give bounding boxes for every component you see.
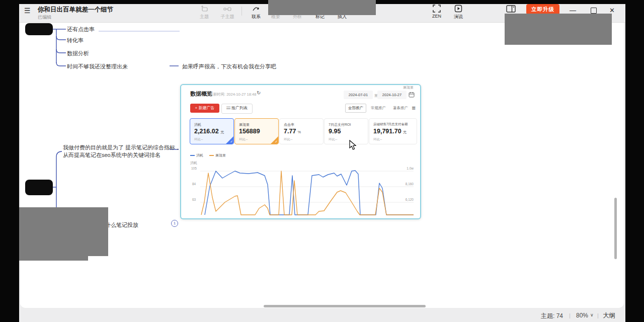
note-line-1[interactable]: 我做付费的目的就是为了 提示笔记的综合指标， (63, 144, 181, 151)
card-label: 展现量 (239, 122, 250, 127)
partial-topic-note-placement[interactable]: 什么笔记投放 (105, 221, 138, 229)
card-value: 9.95 (329, 128, 341, 135)
metric-card-cost[interactable]: 消耗 2,216.02 元 环比-- ✓ (190, 118, 234, 144)
refresh-icon[interactable]: ↻ (257, 90, 261, 96)
card-unit: 元 (403, 130, 407, 134)
chart-legend: 消耗 展现量 (190, 153, 226, 158)
right-axis-title: 展现量 (392, 85, 414, 90)
card-label: 7日总支付ROI (329, 122, 351, 127)
card-compare: 环比-- (239, 137, 248, 142)
present-icon (447, 5, 470, 13)
outline-button[interactable]: 大纲 (603, 311, 615, 320)
redacted-topic-node[interactable] (25, 180, 53, 195)
tool-subtopic-label: 子主题 (216, 14, 239, 20)
tool-present[interactable]: 演说 (447, 5, 470, 20)
note-line-2[interactable]: 从而提高笔记在seo系统中的关键词排名 (63, 151, 160, 159)
statusbar-divider: | (597, 312, 599, 318)
statusbar-divider: | (569, 312, 571, 318)
tool-zen[interactable]: ZEN (425, 5, 448, 19)
tool-zen-label: ZEN (425, 14, 448, 19)
card-compare: 环比-- (194, 137, 203, 142)
tool-present-label: 演说 (447, 14, 470, 20)
chevron-down-icon[interactable]: ∨ (590, 312, 594, 317)
list-view-icon[interactable]: ≣ (412, 105, 416, 111)
date-to-field[interactable]: 2024-10-27 (377, 91, 407, 99)
edit-status: 已编辑 (38, 14, 51, 21)
app-window: ☰ 你和日出百单就差一个细节 已编辑 主题 子主题 联系 概要 外框 标记 插入 (0, 0, 644, 322)
card-value: 19,791.70 元 (373, 128, 407, 135)
metric-card-store-sales[interactable]: 店铺销售7日总支付金额 19,791.70 元 环比-- (369, 118, 417, 144)
metric-card-roi[interactable]: 7日总支付ROI 9.95 环比-- (324, 118, 368, 144)
update-time: 更新时间: 2024-10-27 18:48 (209, 92, 256, 97)
chart-line-展现量 (201, 171, 414, 215)
tool-topic[interactable]: 主题 (193, 5, 216, 20)
topic-icon (193, 5, 216, 13)
card-unit: 元 (220, 130, 224, 134)
redacted-topic-node[interactable] (25, 23, 53, 35)
subtopic-icon (216, 5, 239, 13)
check-icon: ✓ (230, 140, 233, 144)
redaction-box-bottomleft-2 (19, 256, 88, 261)
horizontal-scrollbar[interactable] (264, 305, 426, 307)
metric-card-impressions[interactable]: 展现量 156889 环比-- ✓ (234, 118, 279, 144)
legend-dash-cost (190, 155, 195, 156)
promo-list-button[interactable]: ▤ 推广列表 (221, 104, 253, 114)
upgrade-button[interactable]: 立即升级 (526, 4, 559, 15)
close-button[interactable]: ✕ (609, 7, 615, 14)
date-from-field[interactable]: 2024-07-01 (344, 91, 373, 99)
new-ad-button[interactable]: + 新建广告 (190, 104, 219, 113)
card-compare: 环比-- (329, 137, 337, 142)
tool-topic-label: 主题 (193, 14, 216, 20)
redaction-box-topright (505, 14, 612, 45)
card-label: 消耗 (194, 122, 201, 127)
tab-fries-promotion[interactable]: 薯条推广 (390, 104, 411, 112)
document-title: 你和日出百单就差一个细节 (38, 6, 113, 14)
vertical-scrollbar[interactable] (614, 198, 617, 259)
branch-data-analysis[interactable]: 数据分析 (67, 50, 89, 57)
grid-icon: ▤ (226, 106, 230, 110)
redaction-box-toolbar (268, 0, 376, 15)
legend-impressions[interactable]: 展现量 (209, 153, 226, 158)
maximize-button[interactable] (591, 8, 597, 14)
promo-list-label: 推广列表 (231, 106, 248, 110)
tab-all-promotion[interactable]: 全部推广 (345, 104, 366, 113)
branch-click-rate[interactable]: 还有点击率 (67, 26, 95, 33)
card-compare: 环比-- (373, 137, 382, 142)
card-label: 店铺销售7日总支付金额 (373, 122, 408, 127)
card-value: 2,216.02 元 (194, 128, 224, 135)
branch-conversion[interactable]: 转化率 (67, 37, 84, 44)
card-value: 156889 (239, 128, 260, 135)
card-label: 点击率 (284, 122, 294, 127)
card-value: 7.77 % (284, 128, 301, 135)
card-unit: % (298, 130, 301, 134)
legend-cost[interactable]: 消耗 (190, 153, 203, 158)
redaction-box-bottomleft (19, 207, 108, 256)
toolbar-divider (242, 7, 242, 16)
tool-subtopic[interactable]: 子主题 (216, 5, 239, 20)
topic-count-badge[interactable]: 1 (171, 220, 178, 227)
dashboard-image[interactable]: 数据概览 更新时间: 2024-10-27 18:48 ↻ 2024-07-01… (180, 84, 421, 219)
metric-card-ctr[interactable]: 点击率 7.77 % 环比-- (279, 118, 324, 144)
tab-regular-promotion[interactable]: 常规推广 (368, 104, 388, 112)
callout-share-next-time[interactable]: 如果呼声很高，下次有机会我在分享吧 (182, 63, 276, 70)
check-icon: ✓ (275, 140, 278, 144)
calendar-icon[interactable] (409, 91, 415, 100)
legend-dash-impressions (209, 155, 214, 156)
card-compare: 环比-- (284, 137, 292, 142)
promotion-tabs: 全部推广 常规推广 薯条推广 (345, 104, 411, 113)
zen-icon (425, 5, 448, 13)
branch-no-time[interactable]: 时间不够我还没整理出来 (67, 63, 128, 70)
minimize-button[interactable]: — (570, 7, 576, 14)
trend-chart (181, 165, 420, 218)
menu-icon[interactable]: ☰ (24, 7, 31, 15)
zoom-level[interactable]: 80% (576, 312, 588, 319)
topic-count: 主题: 74 (541, 312, 563, 320)
